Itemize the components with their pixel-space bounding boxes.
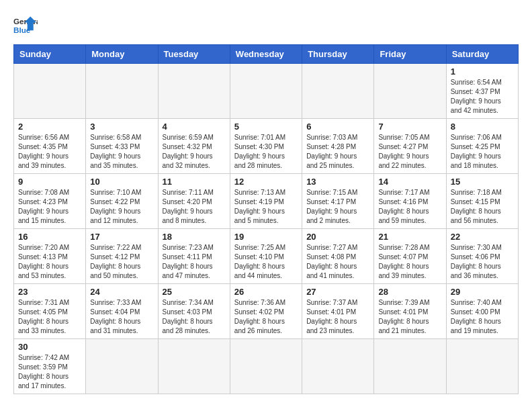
day-number: 26 [234, 287, 298, 297]
day-number: 9 [18, 177, 81, 187]
calendar-cell: 19Sunrise: 7:25 AM Sunset: 4:10 PM Dayli… [230, 229, 302, 284]
weekday-header-friday: Friday [374, 45, 446, 64]
day-number: 27 [306, 287, 369, 297]
calendar-cell: 9Sunrise: 7:08 AM Sunset: 4:23 PM Daylig… [14, 174, 86, 229]
calendar-cell [86, 339, 158, 394]
day-info: Sunrise: 7:25 AM Sunset: 4:10 PM Dayligh… [234, 243, 298, 281]
calendar-cell [158, 339, 230, 394]
calendar-cell: 15Sunrise: 7:18 AM Sunset: 4:15 PM Dayli… [446, 174, 518, 229]
weekday-header-saturday: Saturday [446, 45, 518, 64]
day-info: Sunrise: 7:18 AM Sunset: 4:15 PM Dayligh… [451, 188, 514, 226]
weekday-header-wednesday: Wednesday [230, 45, 302, 64]
day-info: Sunrise: 7:40 AM Sunset: 4:00 PM Dayligh… [451, 298, 514, 336]
calendar-cell: 24Sunrise: 7:33 AM Sunset: 4:04 PM Dayli… [86, 284, 158, 339]
day-info: Sunrise: 7:28 AM Sunset: 4:07 PM Dayligh… [378, 243, 441, 281]
day-number: 29 [451, 287, 514, 297]
calendar-cell: 27Sunrise: 7:37 AM Sunset: 4:01 PM Dayli… [302, 284, 374, 339]
calendar-cell: 30Sunrise: 7:42 AM Sunset: 3:59 PM Dayli… [14, 339, 86, 394]
week-row-4: 16Sunrise: 7:20 AM Sunset: 4:13 PM Dayli… [14, 229, 519, 284]
day-number: 22 [451, 232, 514, 242]
day-info: Sunrise: 7:30 AM Sunset: 4:06 PM Dayligh… [451, 243, 514, 281]
calendar-cell: 17Sunrise: 7:22 AM Sunset: 4:12 PM Dayli… [86, 229, 158, 284]
day-info: Sunrise: 7:15 AM Sunset: 4:17 PM Dayligh… [306, 188, 369, 226]
calendar-cell: 14Sunrise: 7:17 AM Sunset: 4:16 PM Dayli… [374, 174, 446, 229]
calendar-cell: 23Sunrise: 7:31 AM Sunset: 4:05 PM Dayli… [14, 284, 86, 339]
day-number: 12 [234, 177, 298, 187]
day-info: Sunrise: 7:27 AM Sunset: 4:08 PM Dayligh… [306, 243, 369, 281]
calendar-cell: 5Sunrise: 7:01 AM Sunset: 4:30 PM Daylig… [230, 119, 302, 174]
calendar-cell: 3Sunrise: 6:58 AM Sunset: 4:33 PM Daylig… [86, 119, 158, 174]
day-info: Sunrise: 7:03 AM Sunset: 4:28 PM Dayligh… [306, 133, 369, 171]
calendar-cell [230, 64, 302, 119]
calendar-cell: 6Sunrise: 7:03 AM Sunset: 4:28 PM Daylig… [302, 119, 374, 174]
week-row-2: 2Sunrise: 6:56 AM Sunset: 4:35 PM Daylig… [14, 119, 519, 174]
day-info: Sunrise: 7:05 AM Sunset: 4:27 PM Dayligh… [378, 133, 441, 171]
day-number: 15 [451, 177, 514, 187]
day-info: Sunrise: 7:20 AM Sunset: 4:13 PM Dayligh… [18, 243, 81, 281]
day-number: 17 [90, 232, 153, 242]
day-info: Sunrise: 7:39 AM Sunset: 4:01 PM Dayligh… [378, 298, 441, 336]
day-number: 10 [90, 177, 153, 187]
calendar-cell: 7Sunrise: 7:05 AM Sunset: 4:27 PM Daylig… [374, 119, 446, 174]
day-number: 16 [18, 232, 81, 242]
day-info: Sunrise: 7:17 AM Sunset: 4:16 PM Dayligh… [378, 188, 441, 226]
day-info: Sunrise: 6:56 AM Sunset: 4:35 PM Dayligh… [18, 133, 81, 171]
logo-icon: General Blue [13, 13, 38, 38]
day-number: 3 [90, 122, 153, 132]
day-number: 2 [18, 122, 81, 132]
calendar-cell: 10Sunrise: 7:10 AM Sunset: 4:22 PM Dayli… [86, 174, 158, 229]
day-info: Sunrise: 7:01 AM Sunset: 4:30 PM Dayligh… [234, 133, 298, 171]
weekday-header-thursday: Thursday [302, 45, 374, 64]
day-info: Sunrise: 7:36 AM Sunset: 4:02 PM Dayligh… [234, 298, 298, 336]
day-number: 28 [378, 287, 441, 297]
day-number: 18 [163, 232, 226, 242]
day-number: 19 [234, 232, 298, 242]
day-number: 4 [163, 122, 226, 132]
calendar-cell [302, 64, 374, 119]
calendar-cell: 28Sunrise: 7:39 AM Sunset: 4:01 PM Dayli… [374, 284, 446, 339]
calendar-cell [158, 64, 230, 119]
day-number: 7 [378, 122, 441, 132]
day-info: Sunrise: 7:11 AM Sunset: 4:20 PM Dayligh… [163, 188, 226, 226]
calendar-cell [374, 64, 446, 119]
calendar-cell [230, 339, 302, 394]
day-number: 6 [306, 122, 369, 132]
day-info: Sunrise: 7:31 AM Sunset: 4:05 PM Dayligh… [18, 298, 81, 336]
day-number: 1 [451, 66, 514, 77]
logo: General Blue [13, 13, 38, 38]
day-number: 30 [18, 342, 81, 352]
day-number: 21 [378, 232, 441, 242]
day-number: 11 [163, 177, 226, 187]
calendar-cell [302, 339, 374, 394]
calendar-cell: 8Sunrise: 7:06 AM Sunset: 4:25 PM Daylig… [446, 119, 518, 174]
day-info: Sunrise: 7:06 AM Sunset: 4:25 PM Dayligh… [451, 133, 514, 171]
calendar-table: SundayMondayTuesdayWednesdayThursdayFrid… [13, 44, 519, 394]
calendar-cell: 29Sunrise: 7:40 AM Sunset: 4:00 PM Dayli… [446, 284, 518, 339]
day-number: 24 [90, 287, 153, 297]
calendar-cell: 4Sunrise: 6:59 AM Sunset: 4:32 PM Daylig… [158, 119, 230, 174]
day-number: 23 [18, 287, 81, 297]
calendar-cell: 21Sunrise: 7:28 AM Sunset: 4:07 PM Dayli… [374, 229, 446, 284]
day-info: Sunrise: 7:34 AM Sunset: 4:03 PM Dayligh… [163, 298, 226, 336]
calendar-cell: 20Sunrise: 7:27 AM Sunset: 4:08 PM Dayli… [302, 229, 374, 284]
calendar-cell: 18Sunrise: 7:23 AM Sunset: 4:11 PM Dayli… [158, 229, 230, 284]
day-number: 8 [451, 122, 514, 132]
day-number: 20 [306, 232, 369, 242]
calendar-cell: 2Sunrise: 6:56 AM Sunset: 4:35 PM Daylig… [14, 119, 86, 174]
day-info: Sunrise: 7:42 AM Sunset: 3:59 PM Dayligh… [18, 353, 81, 391]
day-info: Sunrise: 7:33 AM Sunset: 4:04 PM Dayligh… [90, 298, 153, 336]
weekday-header-row: SundayMondayTuesdayWednesdayThursdayFrid… [14, 45, 519, 64]
calendar-cell [86, 64, 158, 119]
calendar-cell: 13Sunrise: 7:15 AM Sunset: 4:17 PM Dayli… [302, 174, 374, 229]
calendar-cell [14, 64, 86, 119]
day-info: Sunrise: 6:59 AM Sunset: 4:32 PM Dayligh… [163, 133, 226, 171]
weekday-header-tuesday: Tuesday [158, 45, 230, 64]
calendar-cell [374, 339, 446, 394]
day-number: 13 [306, 177, 369, 187]
calendar-cell: 1Sunrise: 6:54 AM Sunset: 4:37 PM Daylig… [446, 64, 518, 119]
day-number: 14 [378, 177, 441, 187]
page-header: General Blue [13, 13, 519, 38]
day-number: 25 [163, 287, 226, 297]
week-row-6: 30Sunrise: 7:42 AM Sunset: 3:59 PM Dayli… [14, 339, 519, 394]
day-info: Sunrise: 7:22 AM Sunset: 4:12 PM Dayligh… [90, 243, 153, 281]
